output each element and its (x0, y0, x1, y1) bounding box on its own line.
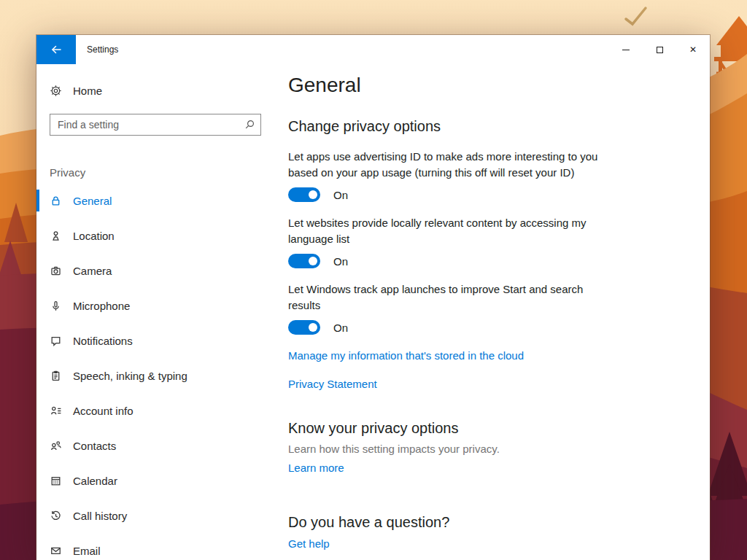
maximize-button[interactable] (643, 35, 676, 64)
search-input[interactable] (50, 114, 261, 136)
close-button[interactable]: ✕ (676, 35, 710, 64)
location-icon (50, 230, 62, 242)
clipboard-icon (50, 370, 62, 382)
sidebar-item-label: Call history (73, 510, 127, 522)
sidebar-item-call-history[interactable]: Call history (36, 498, 277, 533)
toggle-state: On (333, 255, 348, 268)
question-title: Do you have a question? (288, 513, 695, 532)
account-icon (50, 405, 62, 417)
section-title: Change privacy options (288, 117, 695, 136)
sidebar-item-general[interactable]: General (36, 183, 277, 218)
gear-icon (50, 85, 62, 97)
sidebar-item-location[interactable]: Location (36, 218, 277, 253)
search-icon[interactable] (244, 119, 255, 133)
privacy-options-description: Learn how this setting impacts your priv… (288, 443, 695, 455)
sidebar-item-label: Location (73, 230, 115, 242)
sidebar-item-account-info[interactable]: Account info (36, 393, 277, 428)
toggle-state: On (333, 322, 348, 334)
sidebar-item-email[interactable]: Email (36, 533, 277, 560)
sidebar-item-speech-inking-typing[interactable]: Speech, inking & typing (36, 358, 277, 393)
sidebar-item-notifications[interactable]: Notifications (36, 323, 277, 358)
back-button[interactable] (36, 35, 76, 64)
sidebar-item-contacts[interactable]: Contacts (36, 428, 277, 463)
setting-label: Let apps use advertising ID to make ads … (288, 149, 618, 181)
learn-more-link[interactable]: Learn more (288, 462, 695, 474)
sidebar-item-camera[interactable]: Camera (36, 253, 277, 288)
selected-indicator (36, 190, 39, 211)
sidebar-item-microphone[interactable]: Microphone (36, 288, 277, 323)
camera-icon (50, 265, 62, 277)
minimize-icon (622, 50, 630, 50)
setting-label: Let Windows track app launches to improv… (288, 281, 618, 314)
call-history-icon (50, 510, 62, 522)
contacts-icon (50, 440, 62, 452)
sidebar-item-label: Calendar (73, 475, 117, 487)
setting-language-list: Let websites provide locally relevant co… (288, 215, 695, 268)
get-help-link[interactable]: Get help (288, 537, 695, 550)
manage-cloud-info-link[interactable]: Manage my information that's stored in t… (288, 349, 695, 362)
setting-label: Let websites provide locally relevant co… (288, 215, 618, 247)
sidebar-item-label: Email (73, 545, 101, 557)
setting-app-launch-tracking: Let Windows track app launches to improv… (288, 281, 695, 335)
privacy-options-title: Know your privacy options (288, 419, 695, 438)
caption-controls: ✕ (609, 35, 710, 64)
notifications-icon (50, 335, 62, 347)
sidebar-item-calendar[interactable]: Calendar (36, 463, 277, 498)
toggle-knob (309, 257, 317, 265)
sidebar-item-label: General (73, 195, 112, 207)
calendar-icon (50, 475, 62, 487)
setting-advertising-id: Let apps use advertising ID to make ads … (288, 149, 695, 202)
titlebar: Settings ✕ (36, 35, 710, 64)
main-content: General Change privacy options Let apps … (277, 64, 710, 560)
privacy-statement-link[interactable]: Privacy Statement (288, 378, 695, 390)
toggle-switch-advertising-id[interactable] (288, 187, 320, 202)
lock-icon (50, 195, 62, 207)
minimize-button[interactable] (609, 35, 643, 64)
toggle-switch-app-launch-tracking[interactable] (288, 320, 320, 335)
sidebar-section-label: Privacy (50, 166, 277, 179)
sidebar-item-label: Notifications (73, 335, 133, 347)
toggle-knob (309, 190, 317, 199)
toggle-knob (309, 323, 317, 332)
window-title: Settings (87, 44, 118, 55)
email-icon (50, 545, 62, 557)
settings-window: Settings ✕ Home (36, 35, 710, 560)
search-box (50, 114, 261, 136)
sidebar-nav: General Location (36, 183, 277, 560)
sidebar: Home Privacy (36, 64, 277, 560)
close-icon: ✕ (689, 45, 697, 54)
sidebar-item-label: Speech, inking & typing (73, 370, 187, 382)
page-title: General (288, 73, 695, 98)
sidebar-item-label: Camera (73, 265, 112, 277)
microphone-icon (50, 300, 62, 312)
back-arrow-icon (50, 43, 63, 56)
toggle-state: On (333, 189, 348, 201)
toggle-switch-language-list[interactable] (288, 254, 320, 268)
sidebar-item-label: Contacts (73, 440, 116, 452)
sidebar-item-label: Account info (73, 405, 133, 417)
maximize-icon (657, 47, 663, 53)
sidebar-item-label: Home (73, 85, 102, 97)
sidebar-item-home[interactable]: Home (36, 77, 277, 104)
sidebar-item-label: Microphone (73, 300, 130, 312)
